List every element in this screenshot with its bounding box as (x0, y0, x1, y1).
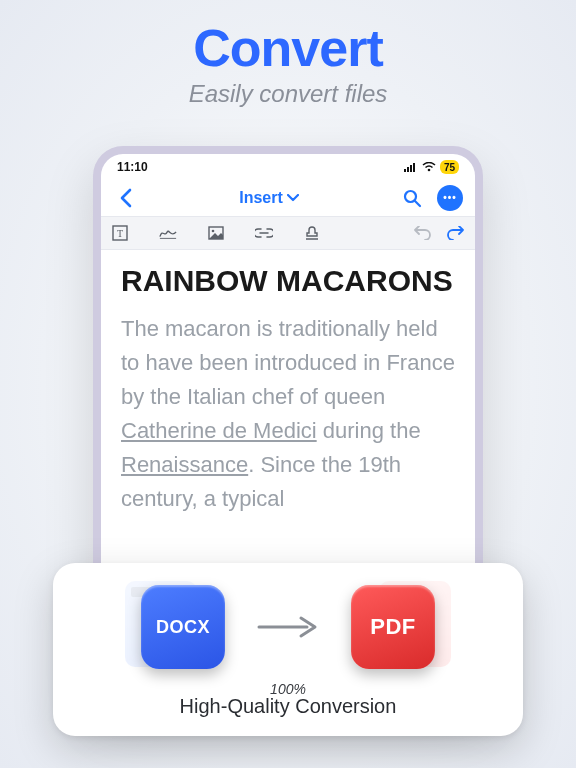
arrow-right-icon (257, 614, 319, 640)
svg-point-11 (212, 230, 215, 233)
document-body: The macaron is traditionally held to hav… (121, 312, 455, 517)
format-chip-docx: DOCX (141, 585, 225, 669)
back-button[interactable] (113, 185, 139, 211)
nav-bar: Insert ••• (101, 180, 475, 216)
svg-rect-3 (413, 163, 415, 172)
status-time: 11:10 (117, 160, 148, 174)
dots-icon: ••• (443, 193, 457, 203)
svg-rect-0 (404, 169, 406, 172)
hero-title: Convert (0, 18, 576, 78)
search-button[interactable] (399, 185, 425, 211)
undo-button[interactable] (413, 224, 431, 242)
svg-point-4 (428, 169, 431, 172)
nav-title-label: Insert (239, 189, 283, 207)
signal-icon (404, 162, 418, 172)
battery-indicator: 75 (440, 160, 459, 174)
document-heading: RAINBOW MACARONS (121, 264, 455, 298)
doc-link-catherine[interactable]: Catherine de Medici (121, 418, 317, 443)
conversion-card: DOCX PDF 100% High-Quality Conversion (53, 563, 523, 736)
svg-text:T: T (117, 228, 123, 239)
chevron-down-icon (287, 194, 299, 202)
signature-tool[interactable] (159, 224, 177, 242)
svg-line-6 (415, 201, 420, 206)
link-tool[interactable] (255, 224, 273, 242)
toolbar: T (101, 216, 475, 250)
stamp-tool[interactable] (303, 224, 321, 242)
doc-link-renaissance[interactable]: Renaissance (121, 452, 248, 477)
nav-title-dropdown[interactable]: Insert (239, 189, 299, 207)
textbox-tool[interactable]: T (111, 224, 129, 242)
format-chip-pdf: PDF (351, 585, 435, 669)
more-button[interactable]: ••• (437, 185, 463, 211)
conversion-caption: High-Quality Conversion (73, 695, 503, 718)
status-bar: 11:10 75 (101, 154, 475, 180)
svg-rect-2 (410, 165, 412, 172)
image-tool[interactable] (207, 224, 225, 242)
redo-button[interactable] (447, 224, 465, 242)
hero-subtitle: Easily convert files (0, 80, 576, 108)
svg-rect-1 (407, 167, 409, 172)
wifi-icon (422, 162, 436, 172)
